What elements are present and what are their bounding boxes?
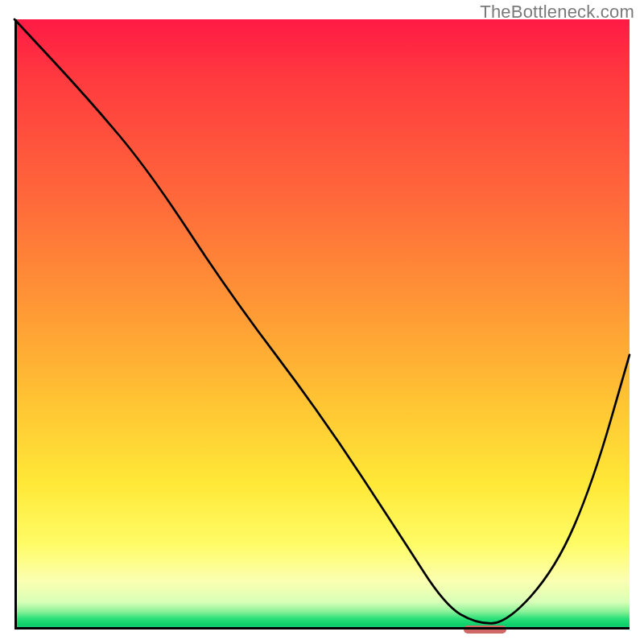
chart-container: TheBottleneck.com [0,0,644,644]
axes [14,19,630,630]
plot-area [14,19,630,630]
